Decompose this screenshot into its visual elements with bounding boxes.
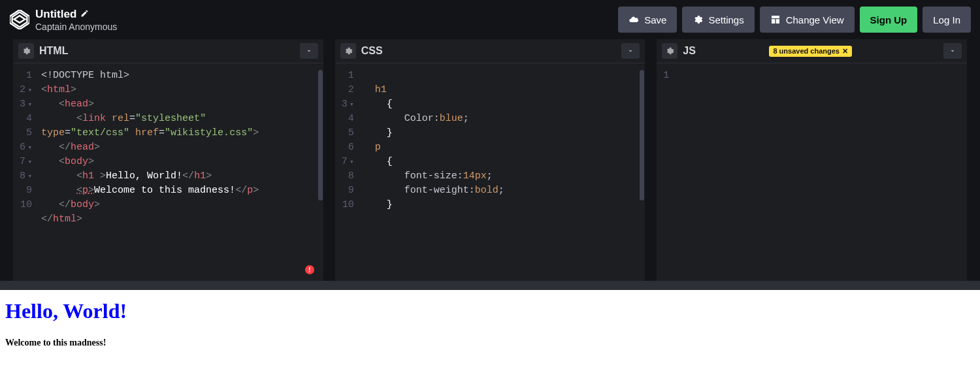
js-pane-title: JS — [683, 45, 764, 57]
html-settings-button[interactable] — [18, 43, 34, 59]
js-settings-button[interactable] — [662, 43, 678, 59]
unsaved-changes-text: 8 unsaved changes — [773, 47, 840, 55]
title-block: Untitled Captain Anonymous — [35, 8, 618, 32]
js-pane: JS 8 unsaved changes ✕ 1 — [657, 39, 967, 281]
css-gutter: 1 2 3▾ 4 5 6 7▾ 8 9 10 — [335, 63, 361, 281]
html-pane-header: HTML — [13, 39, 323, 63]
unsaved-changes-badge[interactable]: 8 unsaved changes ✕ — [769, 46, 852, 57]
html-code[interactable]: <!DOCTYPE html> <html> <head> <link rel=… — [39, 63, 323, 281]
html-gutter: 1 2▾ 3▾ 4 5 6▾ 7▾ 8▾ 9 10 — [13, 63, 39, 281]
toolbar: Save Settings Change View Sign Up Log In — [618, 7, 971, 33]
settings-button[interactable]: Settings — [682, 7, 754, 33]
html-pane-title: HTML — [39, 45, 295, 57]
pen-title[interactable]: Untitled — [35, 8, 76, 21]
js-code[interactable] — [676, 63, 967, 281]
css-pane: CSS 1 2 3▾ 4 5 6 7▾ 8 9 10 h1 { Color:bl… — [335, 39, 645, 281]
css-scrollbar[interactable] — [640, 70, 644, 201]
js-pane-menu-button[interactable] — [943, 43, 962, 59]
pen-author[interactable]: Captain Anonymous — [35, 22, 618, 32]
cloud-icon — [629, 14, 639, 25]
html-scrollbar[interactable] — [318, 70, 323, 201]
html-pane-menu-button[interactable] — [300, 43, 318, 59]
signup-label: Sign Up — [870, 14, 907, 25]
edit-title-icon[interactable] — [80, 9, 89, 20]
html-error-icon[interactable]: ! — [305, 265, 314, 274]
signup-button[interactable]: Sign Up — [860, 7, 918, 33]
change-view-button[interactable]: Change View — [760, 7, 855, 33]
js-editor[interactable]: 1 — [657, 63, 967, 281]
codepen-logo-icon[interactable] — [9, 9, 30, 30]
save-label: Save — [644, 14, 666, 25]
settings-label: Settings — [708, 14, 743, 25]
css-pane-menu-button[interactable] — [621, 43, 640, 59]
layout-icon — [770, 14, 781, 25]
output-preview[interactable]: Hello, World! Welcome to this madness! — [0, 290, 980, 386]
css-settings-button[interactable] — [340, 43, 356, 59]
pane-divider[interactable] — [0, 281, 980, 290]
css-pane-header: CSS — [335, 39, 645, 63]
css-pane-title: CSS — [361, 45, 617, 57]
css-code[interactable]: h1 { Color:blue; } p { font-size:14px; f… — [361, 63, 645, 281]
preview-heading: Hello, World! — [5, 299, 975, 323]
preview-paragraph: Welcome to this madness! — [5, 338, 975, 348]
gear-icon — [693, 14, 703, 25]
login-label: Log In — [933, 14, 960, 25]
editors-row: HTML 1 2▾ 3▾ 4 5 6▾ 7▾ 8▾ 9 10 <!DOCTYPE… — [0, 39, 980, 281]
js-gutter: 1 — [657, 63, 676, 281]
login-button[interactable]: Log In — [923, 7, 971, 33]
close-icon[interactable]: ✕ — [842, 47, 848, 56]
save-button[interactable]: Save — [618, 7, 677, 33]
css-editor[interactable]: 1 2 3▾ 4 5 6 7▾ 8 9 10 h1 { Color:blue; … — [335, 63, 645, 281]
html-editor[interactable]: 1 2▾ 3▾ 4 5 6▾ 7▾ 8▾ 9 10 <!DOCTYPE html… — [13, 63, 323, 281]
change-view-label: Change View — [786, 14, 844, 25]
js-pane-header: JS 8 unsaved changes ✕ — [657, 39, 967, 63]
app-header: Untitled Captain Anonymous Save Settings… — [0, 0, 980, 39]
html-pane: HTML 1 2▾ 3▾ 4 5 6▾ 7▾ 8▾ 9 10 <!DOCTYPE… — [13, 39, 323, 281]
